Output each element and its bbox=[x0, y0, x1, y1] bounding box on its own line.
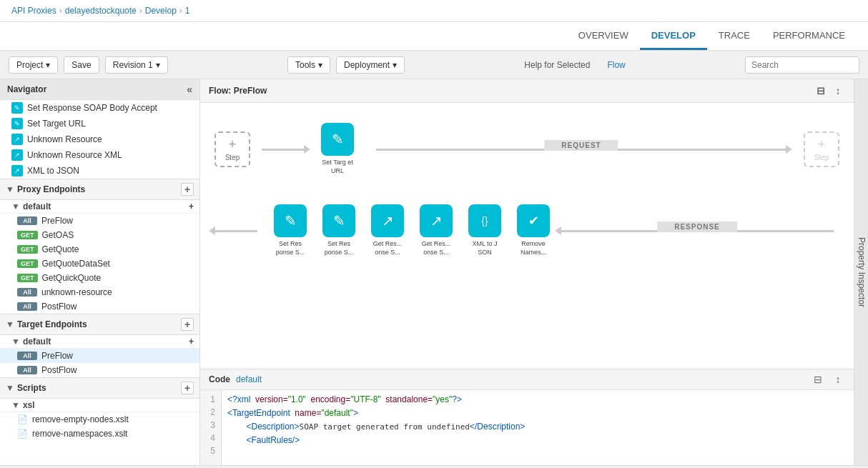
nav-item-unknown-resource-xml[interactable]: ↗ Unknown Resource XML bbox=[0, 147, 199, 163]
help-text: Help for Selected bbox=[524, 60, 590, 70]
target-endpoints-section[interactable]: ▼Target Endpoints + bbox=[0, 314, 199, 335]
code-expand-icon[interactable]: ↕ bbox=[831, 372, 845, 387]
policy-icon: ↗ bbox=[11, 134, 23, 145]
nav-item-xml-to-json[interactable]: ↗ XML to JSON bbox=[0, 163, 199, 179]
scripts-section[interactable]: ▼Scripts + bbox=[0, 377, 199, 399]
flow-item-target-preflow[interactable]: All PreFlow bbox=[0, 349, 199, 363]
proxy-endpoints-section[interactable]: ▼Proxy Endpoints + bbox=[0, 179, 199, 200]
add-target-endpoint-btn[interactable]: + bbox=[181, 318, 194, 331]
tab-develop[interactable]: DEVELOP bbox=[640, 23, 707, 50]
navigator-header: Navigator « bbox=[0, 79, 199, 100]
tab-overview[interactable]: OVERVIEW bbox=[567, 23, 640, 50]
flow-item-getoas[interactable]: GET GetOAS bbox=[0, 228, 199, 242]
code-area: Code default ⊟ ↕ 1 2 3 4 5 <?xml version… bbox=[200, 369, 854, 465]
code-header: Code default ⊟ ↕ bbox=[200, 369, 854, 390]
flow-item-postflow[interactable]: All PostFlow bbox=[0, 299, 199, 314]
expand-icon[interactable]: ↕ bbox=[831, 84, 845, 98]
search-input[interactable] bbox=[745, 56, 859, 74]
content-area: Flow: PreFlow ⊟ ↕ + Step bbox=[200, 79, 854, 465]
flow-header-icons: ⊟ ↕ bbox=[814, 84, 845, 98]
add-target-flow-btn[interactable]: + bbox=[189, 337, 194, 347]
xsl-subsection[interactable]: ▼xsl bbox=[0, 399, 199, 412]
policy-icon: ✎ bbox=[11, 102, 23, 114]
step-resp-2[interactable]: ✎ Set Response S... bbox=[317, 204, 360, 257]
flow-item-getquote[interactable]: GET GetQuote bbox=[0, 242, 199, 257]
request-label: REQUEST bbox=[544, 140, 618, 151]
flow-header: Flow: PreFlow ⊟ ↕ bbox=[200, 79, 854, 103]
breadcrumb-api-proxies[interactable]: API Proxies bbox=[11, 6, 56, 16]
file-icon: 📄 bbox=[17, 429, 28, 439]
add-step-right-request[interactable]: + Step bbox=[804, 131, 839, 167]
code-body: 1 2 3 4 5 <?xml version="1.0" encoding="… bbox=[200, 390, 854, 465]
script-item-remove-empty[interactable]: 📄 remove-empty-nodes.xslt bbox=[0, 412, 199, 427]
policy-icon: ✎ bbox=[11, 118, 23, 129]
script-item-remove-namespaces[interactable]: 📄 remove-namespaces.xslt bbox=[0, 427, 199, 441]
step-remove-names[interactable]: ✔ RemoveNames... bbox=[512, 204, 555, 257]
nav-item-set-target-url[interactable]: ✎ Set Target URL bbox=[0, 116, 199, 131]
policy-icon: ↗ bbox=[11, 149, 23, 161]
property-inspector[interactable]: Property Inspector bbox=[854, 79, 868, 465]
proxy-default-subsection[interactable]: ▼default + bbox=[0, 200, 199, 214]
deployment-button[interactable]: Deployment ▾ bbox=[336, 56, 405, 74]
breadcrumb-revision[interactable]: 1 bbox=[185, 6, 190, 16]
code-content[interactable]: <?xml version="1.0" encoding="UTF-8" sta… bbox=[222, 390, 854, 465]
code-collapse-icon[interactable]: ⊟ bbox=[811, 372, 825, 387]
tab-trace[interactable]: TRACE bbox=[707, 23, 761, 50]
status-bar: Deployed to test bbox=[0, 465, 868, 468]
flow-item-target-postflow[interactable]: All PostFlow bbox=[0, 363, 199, 377]
nav-item-set-response-soap[interactable]: ✎ Set Response SOAP Body Accept bbox=[0, 100, 199, 116]
add-step-left[interactable]: + Step bbox=[214, 131, 250, 167]
step-set-target-url[interactable]: ✎ Set Targ et URL bbox=[316, 123, 359, 175]
step-resp-3[interactable]: ↗ Get Res...onse S... bbox=[366, 204, 409, 257]
flow-title: Flow: PreFlow bbox=[209, 86, 267, 96]
add-script-btn[interactable]: + bbox=[181, 382, 194, 394]
response-label: RESPONSE bbox=[657, 221, 737, 232]
add-proxy-endpoint-btn[interactable]: + bbox=[181, 183, 194, 196]
target-default-subsection[interactable]: ▼default + bbox=[0, 335, 199, 349]
breadcrumb: API Proxies › delayedstockquote › Develo… bbox=[0, 0, 868, 22]
step-resp-4[interactable]: ↗ Get Res...onse S... bbox=[415, 204, 458, 257]
tab-bar: OVERVIEW DEVELOP TRACE PERFORMANCE bbox=[0, 22, 868, 51]
flow-item-unknown-resource[interactable]: All unknown-resource bbox=[0, 285, 199, 299]
flow-item-preflow[interactable]: All PreFlow bbox=[0, 214, 199, 228]
file-icon: 📄 bbox=[17, 414, 28, 424]
flow-item-getquotedataset[interactable]: GET GetQuoteDataSet bbox=[0, 257, 199, 271]
flow-canvas: Flow: PreFlow ⊟ ↕ + Step bbox=[200, 79, 854, 369]
breadcrumb-develop[interactable]: Develop bbox=[145, 6, 177, 16]
flow-item-getquickquote[interactable]: GET GetQuickQuote bbox=[0, 271, 199, 285]
policy-icon: ↗ bbox=[11, 165, 23, 176]
toolbar: Project ▾ Save Revision 1 ▾ Tools ▾ Depl… bbox=[0, 51, 868, 79]
add-proxy-flow-btn[interactable]: + bbox=[189, 201, 194, 211]
save-button[interactable]: Save bbox=[64, 56, 99, 74]
flow-help-link[interactable]: Flow bbox=[607, 60, 625, 70]
tab-performance[interactable]: PERFORMANCE bbox=[761, 23, 857, 50]
project-button[interactable]: Project ▾ bbox=[9, 56, 58, 74]
breadcrumb-proxy-name[interactable]: delayedstockquote bbox=[65, 6, 137, 16]
collapse-icon[interactable]: ⊟ bbox=[814, 84, 828, 98]
nav-item-unknown-resource[interactable]: ↗ Unknown Resource bbox=[0, 131, 199, 147]
step-xml-to-json[interactable]: {} XML to JSON bbox=[463, 204, 506, 257]
step-resp-1[interactable]: ✎ Set Response S... bbox=[269, 204, 312, 257]
navigator-collapse[interactable]: « bbox=[187, 84, 192, 95]
navigator: Navigator « ✎ Set Response SOAP Body Acc… bbox=[0, 79, 200, 465]
line-numbers: 1 2 3 4 5 bbox=[200, 390, 222, 465]
revision-button[interactable]: Revision 1 ▾ bbox=[105, 56, 168, 74]
tools-button[interactable]: Tools ▾ bbox=[287, 56, 330, 74]
main-layout: Navigator « ✎ Set Response SOAP Body Acc… bbox=[0, 79, 868, 465]
